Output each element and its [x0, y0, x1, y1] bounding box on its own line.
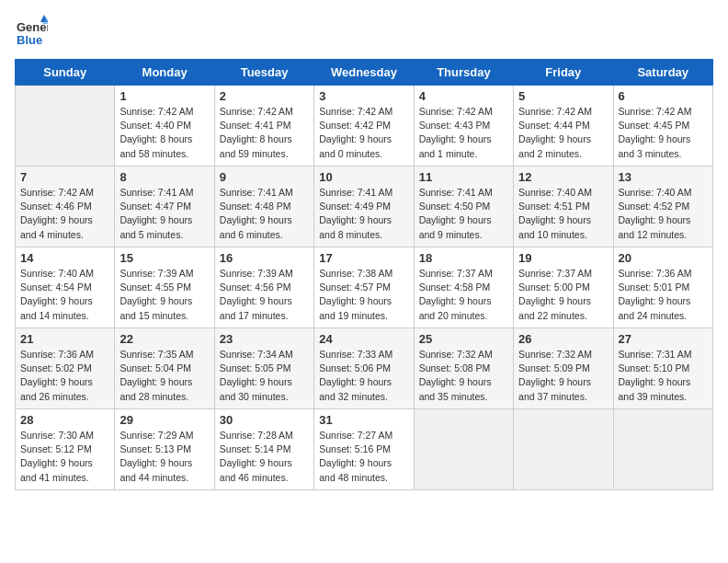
column-header-saturday: Saturday: [613, 60, 712, 86]
calendar-cell: 21Sunrise: 7:36 AMSunset: 5:02 PMDayligh…: [16, 328, 115, 409]
day-info: Sunrise: 7:27 AMSunset: 5:16 PMDaylight:…: [319, 429, 408, 485]
calendar-cell: 3Sunrise: 7:42 AMSunset: 4:42 PMDaylight…: [314, 86, 414, 167]
column-header-tuesday: Tuesday: [214, 60, 313, 86]
calendar-table: SundayMondayTuesdayWednesdayThursdayFrid…: [15, 59, 713, 490]
calendar-week-1: 1Sunrise: 7:42 AMSunset: 4:40 PMDaylight…: [16, 86, 713, 167]
calendar-cell: 9Sunrise: 7:41 AMSunset: 4:48 PMDaylight…: [214, 167, 313, 247]
calendar-cell: 7Sunrise: 7:42 AMSunset: 4:46 PMDaylight…: [16, 167, 115, 247]
day-info: Sunrise: 7:32 AMSunset: 5:08 PMDaylight:…: [419, 348, 508, 404]
calendar-body: 1Sunrise: 7:42 AMSunset: 4:40 PMDaylight…: [16, 86, 713, 490]
day-info: Sunrise: 7:30 AMSunset: 5:12 PMDaylight:…: [20, 429, 109, 485]
calendar-cell: 26Sunrise: 7:32 AMSunset: 5:09 PMDayligh…: [514, 328, 613, 409]
calendar-cell: 25Sunrise: 7:32 AMSunset: 5:08 PMDayligh…: [414, 328, 513, 409]
day-info: Sunrise: 7:42 AMSunset: 4:43 PMDaylight:…: [419, 105, 508, 161]
calendar-cell: 23Sunrise: 7:34 AMSunset: 5:05 PMDayligh…: [214, 328, 313, 409]
day-info: Sunrise: 7:28 AMSunset: 5:14 PMDaylight:…: [220, 429, 309, 485]
day-info: Sunrise: 7:40 AMSunset: 4:51 PMDaylight:…: [518, 186, 608, 242]
day-number: 26: [518, 332, 608, 346]
day-number: 1: [119, 89, 209, 103]
column-header-wednesday: Wednesday: [314, 60, 414, 86]
logo: General Blue: [15, 15, 51, 48]
day-number: 4: [419, 89, 508, 103]
day-info: Sunrise: 7:42 AMSunset: 4:44 PMDaylight:…: [518, 105, 608, 161]
day-number: 24: [319, 332, 408, 346]
day-info: Sunrise: 7:38 AMSunset: 4:57 PMDaylight:…: [319, 267, 408, 323]
day-number: 11: [419, 170, 508, 184]
day-number: 3: [319, 89, 408, 103]
day-info: Sunrise: 7:41 AMSunset: 4:50 PMDaylight:…: [419, 186, 508, 242]
day-number: 13: [619, 170, 708, 184]
calendar-week-2: 7Sunrise: 7:42 AMSunset: 4:46 PMDaylight…: [16, 167, 713, 247]
calendar-cell: 5Sunrise: 7:42 AMSunset: 4:44 PMDaylight…: [514, 86, 613, 167]
calendar-cell: 30Sunrise: 7:28 AMSunset: 5:14 PMDayligh…: [214, 409, 313, 490]
calendar-cell: 29Sunrise: 7:29 AMSunset: 5:13 PMDayligh…: [115, 409, 214, 490]
day-info: Sunrise: 7:35 AMSunset: 5:04 PMDaylight:…: [119, 348, 209, 404]
calendar-header-row: SundayMondayTuesdayWednesdayThursdayFrid…: [16, 60, 713, 86]
calendar-cell: 28Sunrise: 7:30 AMSunset: 5:12 PMDayligh…: [16, 409, 115, 490]
logo-icon: General Blue: [15, 15, 48, 48]
day-number: 8: [119, 170, 209, 184]
calendar-cell: 24Sunrise: 7:33 AMSunset: 5:06 PMDayligh…: [314, 328, 414, 409]
day-info: Sunrise: 7:31 AMSunset: 5:10 PMDaylight:…: [619, 348, 708, 404]
day-info: Sunrise: 7:37 AMSunset: 4:58 PMDaylight:…: [419, 267, 508, 323]
calendar-cell: [16, 86, 115, 167]
day-number: 20: [619, 251, 708, 265]
calendar-cell: 10Sunrise: 7:41 AMSunset: 4:49 PMDayligh…: [314, 167, 414, 247]
calendar-cell: [414, 409, 513, 490]
day-info: Sunrise: 7:42 AMSunset: 4:40 PMDaylight:…: [119, 105, 209, 161]
day-number: 25: [419, 332, 508, 346]
calendar-cell: 12Sunrise: 7:40 AMSunset: 4:51 PMDayligh…: [514, 167, 613, 247]
calendar-cell: 1Sunrise: 7:42 AMSunset: 4:40 PMDaylight…: [115, 86, 214, 167]
day-info: Sunrise: 7:41 AMSunset: 4:47 PMDaylight:…: [119, 186, 209, 242]
day-info: Sunrise: 7:32 AMSunset: 5:09 PMDaylight:…: [518, 348, 608, 404]
column-header-friday: Friday: [514, 60, 613, 86]
calendar-cell: 20Sunrise: 7:36 AMSunset: 5:01 PMDayligh…: [613, 247, 712, 328]
calendar-cell: 16Sunrise: 7:39 AMSunset: 4:56 PMDayligh…: [214, 247, 313, 328]
column-header-sunday: Sunday: [16, 60, 115, 86]
day-number: 15: [119, 251, 209, 265]
calendar-cell: 8Sunrise: 7:41 AMSunset: 4:47 PMDaylight…: [115, 167, 214, 247]
calendar-cell: 31Sunrise: 7:27 AMSunset: 5:16 PMDayligh…: [314, 409, 414, 490]
column-header-thursday: Thursday: [414, 60, 513, 86]
day-number: 5: [518, 89, 608, 103]
calendar-cell: 22Sunrise: 7:35 AMSunset: 5:04 PMDayligh…: [115, 328, 214, 409]
day-info: Sunrise: 7:42 AMSunset: 4:42 PMDaylight:…: [319, 105, 408, 161]
day-info: Sunrise: 7:40 AMSunset: 4:52 PMDaylight:…: [619, 186, 708, 242]
calendar-cell: 6Sunrise: 7:42 AMSunset: 4:45 PMDaylight…: [613, 86, 712, 167]
calendar-cell: 14Sunrise: 7:40 AMSunset: 4:54 PMDayligh…: [16, 247, 115, 328]
day-info: Sunrise: 7:41 AMSunset: 4:48 PMDaylight:…: [220, 186, 309, 242]
day-info: Sunrise: 7:41 AMSunset: 4:49 PMDaylight:…: [319, 186, 408, 242]
svg-text:Blue: Blue: [17, 33, 42, 47]
calendar-cell: 27Sunrise: 7:31 AMSunset: 5:10 PMDayligh…: [613, 328, 712, 409]
day-number: 31: [319, 413, 408, 427]
day-info: Sunrise: 7:42 AMSunset: 4:45 PMDaylight:…: [619, 105, 708, 161]
day-number: 9: [220, 170, 309, 184]
calendar-week-5: 28Sunrise: 7:30 AMSunset: 5:12 PMDayligh…: [16, 409, 713, 490]
day-number: 12: [518, 170, 608, 184]
calendar-cell: 2Sunrise: 7:42 AMSunset: 4:41 PMDaylight…: [214, 86, 313, 167]
day-number: 18: [419, 251, 508, 265]
day-number: 21: [20, 332, 109, 346]
calendar-cell: [514, 409, 613, 490]
day-number: 2: [220, 89, 309, 103]
day-number: 7: [20, 170, 109, 184]
day-number: 19: [518, 251, 608, 265]
calendar-cell: 11Sunrise: 7:41 AMSunset: 4:50 PMDayligh…: [414, 167, 513, 247]
day-info: Sunrise: 7:37 AMSunset: 5:00 PMDaylight:…: [518, 267, 608, 323]
day-info: Sunrise: 7:42 AMSunset: 4:46 PMDaylight:…: [20, 186, 109, 242]
calendar-week-3: 14Sunrise: 7:40 AMSunset: 4:54 PMDayligh…: [16, 247, 713, 328]
calendar-cell: 18Sunrise: 7:37 AMSunset: 4:58 PMDayligh…: [414, 247, 513, 328]
calendar-cell: 13Sunrise: 7:40 AMSunset: 4:52 PMDayligh…: [613, 167, 712, 247]
calendar-cell: 4Sunrise: 7:42 AMSunset: 4:43 PMDaylight…: [414, 86, 513, 167]
day-info: Sunrise: 7:33 AMSunset: 5:06 PMDaylight:…: [319, 348, 408, 404]
calendar-cell: 19Sunrise: 7:37 AMSunset: 5:00 PMDayligh…: [514, 247, 613, 328]
column-header-monday: Monday: [115, 60, 214, 86]
day-number: 28: [20, 413, 109, 427]
day-number: 27: [619, 332, 708, 346]
day-number: 17: [319, 251, 408, 265]
calendar-week-4: 21Sunrise: 7:36 AMSunset: 5:02 PMDayligh…: [16, 328, 713, 409]
day-number: 29: [119, 413, 209, 427]
day-number: 22: [119, 332, 209, 346]
day-info: Sunrise: 7:36 AMSunset: 5:02 PMDaylight:…: [20, 348, 109, 404]
calendar-cell: [613, 409, 712, 490]
